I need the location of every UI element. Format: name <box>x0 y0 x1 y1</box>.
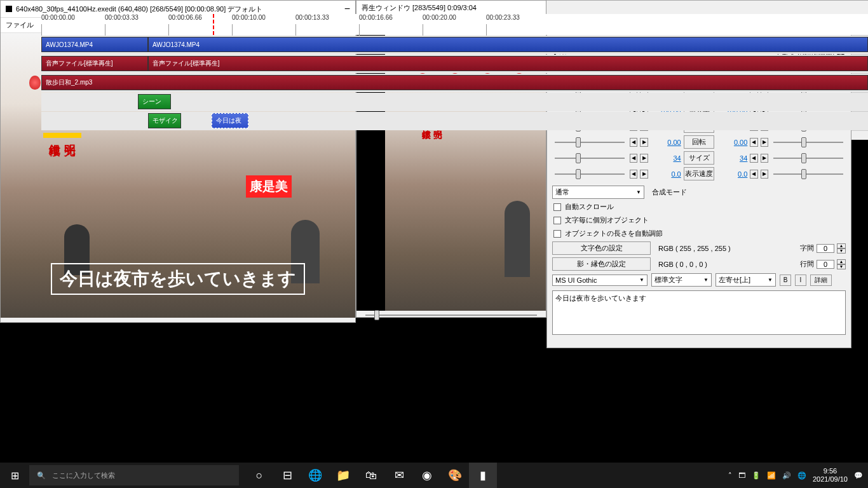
value-left-5[interactable]: 0.00 <box>651 139 681 146</box>
bold-button[interactable]: B <box>780 274 791 286</box>
italic-button[interactable]: I <box>795 274 806 286</box>
tick-7: 00:00:23.33 <box>486 14 520 21</box>
tick-3: 00:00:10.00 <box>232 14 266 21</box>
shadow-color-value: RGB ( 0 , 0 , 0 ) <box>658 261 707 268</box>
value-right-7[interactable]: 0.0 <box>717 170 747 178</box>
layer-1-track[interactable]: AWJO1374.MP4 AWJO1374.MP4 <box>41 36 868 54</box>
dec-left-6[interactable]: ◀ <box>630 154 637 163</box>
prop-label-5[interactable]: 回転 <box>684 135 715 149</box>
play-title: 再生ウィンドウ [283/5549] 0:09/3:04 <box>362 3 477 13</box>
prop-label-6[interactable]: サイズ <box>684 151 715 165</box>
check-autoscroll[interactable] <box>553 203 561 211</box>
dec-right-7[interactable]: ◀ <box>750 170 757 179</box>
tick-6: 00:00:20.00 <box>423 14 456 21</box>
play-seek[interactable] <box>356 311 546 320</box>
clip-bgm[interactable]: 散歩日和_2.mp3 <box>41 75 868 90</box>
inc-left-6[interactable]: ▶ <box>640 154 648 163</box>
layer-4-track[interactable]: シーン <box>41 93 868 111</box>
taskbar-clock[interactable]: 9:562021/09/10 <box>813 467 848 484</box>
search-icon: 🔍 <box>37 471 46 480</box>
tray-wifi-icon[interactable]: 📶 <box>767 471 776 480</box>
value-right-5[interactable]: 0.00 <box>717 139 747 146</box>
layer-2-track[interactable]: 音声ファイル[標準再生] 音声ファイル[標準再生] <box>41 55 868 73</box>
tick-1: 00:00:03.33 <box>105 14 139 21</box>
start-button[interactable]: ⊞ <box>0 463 29 488</box>
tray-battery-icon[interactable]: 🔋 <box>752 471 761 480</box>
inc-right-6[interactable]: ▶ <box>761 154 768 163</box>
prop-label-7[interactable]: 表示速度 <box>684 167 715 180</box>
tray-volume-icon[interactable]: 🔊 <box>782 471 791 480</box>
text-color-button[interactable]: 文字色の設定 <box>552 241 651 255</box>
layer-5-track[interactable]: モザイク 今日は夜 <box>41 112 868 130</box>
timeline-panel: 拡張編集 [00:00:08.90] [268/5549] Root 00:00… <box>0 0 868 140</box>
paint-icon[interactable]: 🎨 <box>441 463 469 488</box>
value-right-6[interactable]: 34 <box>717 154 747 162</box>
style-combo[interactable]: 標準文字▼ <box>651 273 712 287</box>
play-preview: 明光銀樓 <box>356 31 546 311</box>
line-input[interactable] <box>817 260 834 269</box>
main-title: 640x480_30fps_44100Hz.exedit (640,480) [… <box>16 4 262 14</box>
edge-icon[interactable]: 🌐 <box>301 463 329 488</box>
layer-3-track[interactable]: 散歩日和_2.mp3 <box>41 74 868 92</box>
check-auto-length[interactable] <box>553 230 561 238</box>
tick-2: 00:00:06.66 <box>168 14 202 21</box>
aviutl-icon[interactable]: ▮ <box>469 463 497 488</box>
taskbar: ⊞ 🔍 ここに入力して検索 ○ ⊟ 🌐 📁 🛍 ✉ ◉ 🎨 ▮ ˄ 🗔 🔋 📶 … <box>0 463 868 488</box>
clip-scene[interactable]: シーン <box>138 94 171 109</box>
menu-file[interactable]: ファイル <box>6 20 34 30</box>
time-ruler[interactable]: 00:00:00.0000:00:03.3300:00:06.6600:00:1… <box>41 14 868 35</box>
value-left-7[interactable]: 0.0 <box>651 170 681 178</box>
align-combo[interactable]: 左寄せ[上]▼ <box>715 273 776 287</box>
clip-audio-1[interactable]: 音声ファイル[標準再生] <box>41 56 148 71</box>
spacing-input[interactable] <box>817 244 834 253</box>
value-left-6[interactable]: 34 <box>651 154 681 162</box>
font-combo[interactable]: MS UI Gothic▼ <box>552 274 648 286</box>
clip-audio-2[interactable]: 音声ファイル[標準再生] <box>148 56 868 71</box>
dec-right-6[interactable]: ◀ <box>750 154 757 163</box>
tray-ime-icon[interactable]: 🗔 <box>738 471 745 479</box>
explorer-icon[interactable]: 📁 <box>329 463 357 488</box>
minimize-button[interactable]: − <box>344 3 350 15</box>
shadow-color-button[interactable]: 影・縁色の設定 <box>552 257 651 271</box>
blend-mode-combo[interactable]: 通常▼ <box>552 186 644 199</box>
tick-5: 00:00:16.66 <box>359 14 393 21</box>
chrome-icon[interactable]: ◉ <box>413 463 441 488</box>
clip-video-1[interactable]: AWJO1374.MP4 <box>41 37 148 52</box>
cortana-icon[interactable]: ○ <box>245 463 273 488</box>
text-input[interactable]: 今日は夜市を歩いていきます <box>552 290 846 335</box>
app-icon <box>6 6 12 12</box>
tray-chevron-icon[interactable]: ˄ <box>728 471 732 480</box>
dec-right-5[interactable]: ◀ <box>750 138 757 147</box>
search-placeholder: ここに入力して検索 <box>52 471 115 480</box>
notifications-icon[interactable]: 💬 <box>854 471 863 480</box>
check-per-char[interactable] <box>553 217 561 224</box>
line-label: 行間 <box>800 259 814 269</box>
taskbar-search[interactable]: 🔍 ここに入力して検索 <box>29 465 239 485</box>
inc-right-5[interactable]: ▶ <box>761 138 768 147</box>
tray-network-icon[interactable]: 🌐 <box>797 471 806 480</box>
subtitle-overlay: 今日は夜市を歩いていきます <box>51 263 305 295</box>
clip-mosaic[interactable]: モザイク <box>148 113 181 128</box>
dec-left-7[interactable]: ◀ <box>630 170 637 179</box>
tick-0: 00:00:00.00 <box>41 14 75 21</box>
detail-button[interactable]: 詳細 <box>810 274 832 286</box>
inc-left-5[interactable]: ▶ <box>640 138 648 147</box>
clip-text-selected[interactable]: 今日は夜 <box>212 113 248 128</box>
playhead[interactable] <box>213 14 214 35</box>
store-icon[interactable]: 🛍 <box>357 463 385 488</box>
line-down[interactable]: ▾ <box>837 264 846 269</box>
mail-icon[interactable]: ✉ <box>385 463 413 488</box>
clip-video-2[interactable]: AWJO1374.MP4 <box>148 37 868 52</box>
text-color-value: RGB ( 255 , 255 , 255 ) <box>658 245 731 252</box>
task-view-icon[interactable]: ⊟ <box>273 463 301 488</box>
tick-4: 00:00:13.33 <box>295 14 329 21</box>
spacing-down[interactable]: ▾ <box>837 248 846 254</box>
inc-left-7[interactable]: ▶ <box>640 170 648 179</box>
dec-left-5[interactable]: ◀ <box>630 138 637 147</box>
blend-label: 合成モード <box>652 187 687 197</box>
inc-right-7[interactable]: ▶ <box>761 170 768 179</box>
spacing-label: 字間 <box>800 243 814 253</box>
